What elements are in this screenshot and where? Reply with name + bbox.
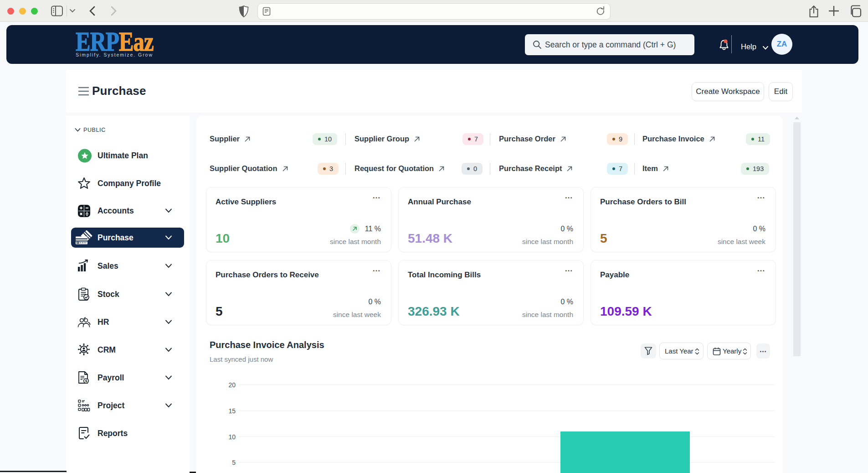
svg-text:$: $ [85, 379, 87, 383]
